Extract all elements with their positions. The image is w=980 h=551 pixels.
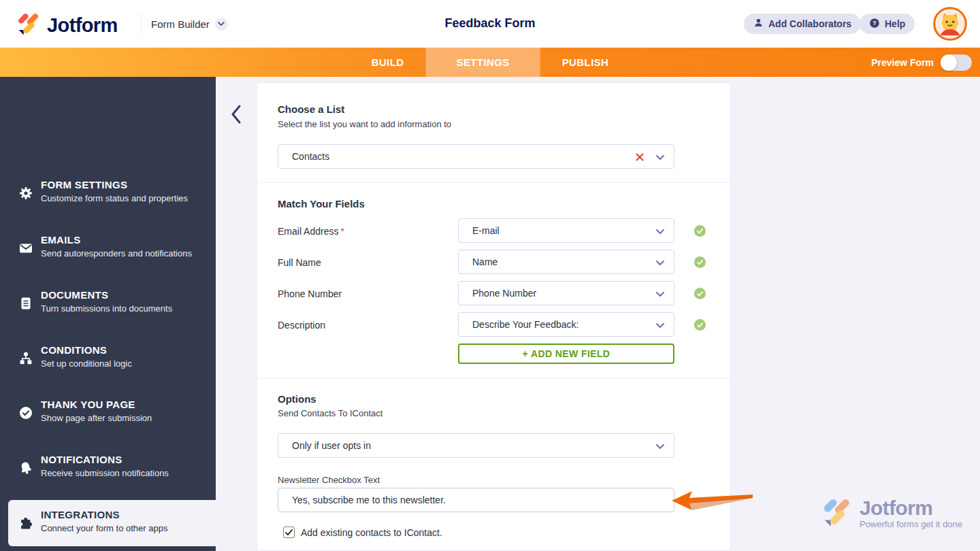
- field-label-phone: Phone Number: [278, 288, 342, 299]
- conditions-icon: [19, 352, 33, 365]
- integration-settings-panel: Choose a List Select the list you want t…: [257, 82, 731, 551]
- chevron-down-icon: [656, 256, 664, 268]
- required-asterisk: *: [340, 226, 344, 237]
- checkbox-checked-icon[interactable]: [283, 527, 295, 538]
- sidebar-item-subtitle: Receive submission notifications: [41, 468, 210, 478]
- preview-form-label: Preview Form: [871, 57, 934, 68]
- document-icon: [19, 297, 33, 310]
- bell-icon: [19, 461, 33, 475]
- options-title: Options: [278, 393, 316, 405]
- match-select-full-name[interactable]: Name: [458, 250, 674, 274]
- sidebar-item-integrations[interactable]: INTEGRATIONSConnect your form to other a…: [8, 500, 216, 546]
- envelope-icon: [19, 241, 33, 255]
- choose-list-title: Choose a List: [278, 103, 344, 115]
- section-divider: [257, 182, 732, 183]
- sidebar-item-title: EMAILS: [41, 234, 210, 246]
- chevron-down-icon: [656, 224, 664, 237]
- tab-publish[interactable]: PUBLISH: [540, 48, 631, 77]
- watermark-tagline: Powerful forms get it done: [860, 519, 962, 529]
- sidebar-item-form-settings[interactable]: FORM SETTINGSCustomize form status and p…: [0, 170, 216, 216]
- sidebar-item-title: NOTIFICATIONS: [41, 454, 210, 465]
- puzzle-icon: [19, 516, 33, 530]
- builder-navbar: BUILD SETTINGS PUBLISH Preview Form: [0, 48, 980, 77]
- sidebar-item-subtitle: Customize form status and properties: [41, 193, 210, 203]
- builder-tabs: BUILD SETTINGS PUBLISH: [350, 48, 631, 77]
- sidebar-item-subtitle: Send autoresponders and notifications: [41, 248, 210, 258]
- match-success-icon: [694, 256, 706, 268]
- choose-list-subtitle: Select the list you want to add informat…: [278, 119, 451, 129]
- chevron-down-icon: [656, 150, 664, 163]
- sidebar-item-title: CONDITIONS: [41, 344, 210, 356]
- check-circle-icon: [19, 406, 33, 420]
- help-button[interactable]: ? Help: [860, 14, 915, 34]
- svg-text:?: ?: [872, 20, 876, 27]
- newsletter-checkbox-text-label: Newsletter Checkbox Text: [278, 475, 380, 485]
- chevron-down-icon: [656, 287, 664, 299]
- send-contacts-label: Send Contacts To IContact: [278, 408, 382, 418]
- list-select[interactable]: Contacts: [278, 144, 674, 169]
- sidebar-item-subtitle: Show page after submission: [41, 413, 210, 423]
- annotation-arrow-icon: [670, 488, 754, 514]
- toggle-knob: [941, 54, 957, 71]
- match-success-icon: [694, 288, 706, 299]
- match-success-icon: [694, 319, 706, 331]
- sidebar-item-subtitle: Connect your form to other apps: [41, 523, 210, 533]
- sidebar-item-notifications[interactable]: NOTIFICATIONSReceive submission notifica…: [0, 445, 216, 491]
- add-collaborators-label: Add Collaborators: [768, 18, 851, 29]
- person-icon: [753, 18, 764, 30]
- send-contacts-select[interactable]: Only if user opts in: [278, 433, 674, 458]
- match-select-email[interactable]: E-mail: [458, 218, 674, 243]
- help-icon: ?: [869, 18, 880, 31]
- app-header: Jotform Form Builder Feedback Form Add C…: [0, 0, 980, 48]
- section-divider: [257, 378, 732, 379]
- field-label-description: Description: [278, 320, 325, 331]
- settings-sidebar: FORM SETTINGSCustomize form status and p…: [0, 77, 216, 551]
- sidebar-item-title: DOCUMENTS: [41, 289, 210, 301]
- sidebar-item-conditions[interactable]: CONDITIONSSet up conditional logic: [0, 335, 216, 382]
- sidebar-item-documents[interactable]: DOCUMENTSTurn submissions into documents: [0, 280, 216, 327]
- gear-icon: [19, 186, 33, 200]
- sidebar-item-subtitle: Turn submissions into documents: [41, 303, 210, 314]
- sidebar-item-emails[interactable]: EMAILSSend autoresponders and notificati…: [0, 225, 216, 271]
- sidebar-item-title: INTEGRATIONS: [41, 509, 210, 520]
- checkbox-label: Add existing contacts to IContact.: [301, 527, 442, 538]
- field-label-full-name: Full Name: [278, 257, 321, 268]
- sidebar-item-title: FORM SETTINGS: [41, 179, 210, 190]
- tab-build[interactable]: BUILD: [350, 48, 426, 77]
- user-avatar[interactable]: [933, 7, 967, 41]
- tab-settings[interactable]: SETTINGS: [425, 48, 540, 77]
- match-fields-title: Match Your Fields: [278, 198, 365, 210]
- back-chevron-button[interactable]: [230, 103, 249, 127]
- match-success-icon: [694, 225, 706, 237]
- help-label: Help: [885, 18, 905, 29]
- clear-selection-icon[interactable]: [636, 152, 645, 161]
- chevron-down-icon: [656, 439, 664, 452]
- preview-form-toggle[interactable]: [941, 54, 972, 71]
- field-label-email: Email Address*: [278, 226, 344, 237]
- add-collaborators-button[interactable]: Add Collaborators: [744, 14, 861, 34]
- sidebar-item-title: THANK YOU PAGE: [41, 399, 210, 410]
- add-new-field-button[interactable]: + ADD NEW FIELD: [458, 344, 674, 364]
- add-existing-contacts-checkbox-row[interactable]: Add existing contacts to IContact.: [283, 527, 442, 538]
- sidebar-item-thank-you-page[interactable]: THANK YOU PAGEShow page after submission: [0, 390, 216, 436]
- list-select-value: Contacts: [278, 151, 329, 162]
- match-select-description[interactable]: Describe Your Feedback:: [458, 312, 674, 337]
- watermark-brand: Jotform: [860, 498, 962, 518]
- chevron-down-icon: [656, 318, 664, 331]
- sidebar-item-subtitle: Set up conditional logic: [41, 358, 210, 369]
- jotform-watermark-icon: [821, 497, 853, 531]
- match-select-phone[interactable]: Phone Number: [458, 281, 674, 305]
- jotform-watermark: Jotform Powerful forms get it done: [821, 497, 962, 531]
- newsletter-text-input[interactable]: [278, 488, 674, 512]
